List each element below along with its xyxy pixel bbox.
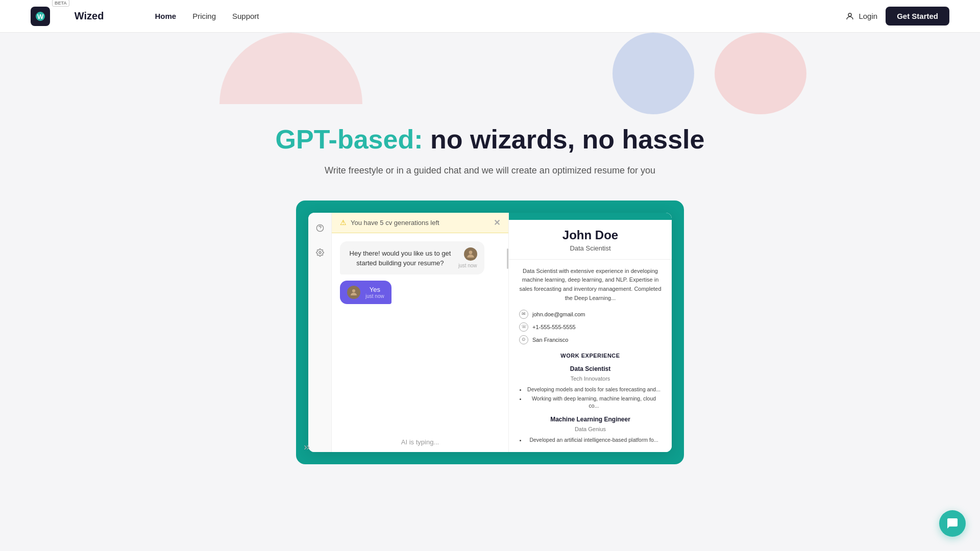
job-1-bullet-2: Working with deep learning, machine lear… — [526, 395, 662, 410]
user-message-content: Yes just now — [365, 286, 384, 299]
app-chat: ⚠ You have 5 cv generations left ✕ Hey t… — [332, 213, 508, 452]
navbar: W BETA Wized Home Pricing Support Login … — [0, 0, 980, 33]
scroll-indicator — [506, 238, 508, 452]
job-1-bullets: Developing models and tools for sales fo… — [519, 386, 662, 410]
resume-preview: John Doe Data Scientist Data Scientist w… — [508, 213, 672, 452]
hero-section: GPT-based: no wizards, no hassle Write f… — [0, 33, 980, 464]
svg-point-7 — [352, 289, 355, 292]
svg-point-4 — [320, 230, 320, 230]
logo-text: Wized — [75, 10, 104, 22]
svg-point-2 — [848, 13, 851, 16]
bot-avatar — [464, 247, 477, 261]
bot-message-text: Hey there! would you like us to get star… — [347, 248, 453, 268]
contact-location-value: San Francisco — [532, 336, 568, 344]
chat-bubble-icon — [946, 517, 959, 530]
user-message: Yes just now — [340, 281, 391, 304]
contact-email: ✉ john.doe@gmail.com — [519, 310, 662, 319]
logo: W BETA Wized — [31, 7, 104, 26]
job-1-company: Tech Innovators — [519, 374, 662, 383]
alert-text: You have 5 cv generations left — [351, 219, 439, 227]
scroll-thumb — [507, 248, 508, 269]
svg-point-6 — [469, 251, 472, 254]
bot-message-time: just now — [458, 263, 477, 268]
login-button[interactable]: Login — [845, 12, 877, 21]
chat-messages: Hey there! would you like us to get star… — [332, 233, 508, 438]
job-2: Machine Learning Engineer Data Genius De… — [519, 415, 662, 443]
hero-title-rest: no wizards, no hassle — [423, 124, 705, 154]
user-message-text: Yes — [365, 286, 384, 293]
chat-bubble-button[interactable] — [939, 510, 966, 537]
ai-typing-indicator: AI is typing... — [332, 438, 508, 452]
job-2-company: Data Genius — [519, 425, 662, 434]
get-started-button[interactable]: Get Started — [886, 7, 949, 26]
app-screenshot-card: ⚠ You have 5 cv generations left ✕ Hey t… — [296, 201, 684, 464]
job-1: Data Scientist Tech Innovators Developin… — [519, 364, 662, 410]
contact-email-value: john.doe@gmail.com — [532, 310, 585, 319]
user-icon — [845, 12, 854, 21]
user-message-time: just now — [365, 293, 384, 299]
alert-close-button[interactable]: ✕ — [494, 218, 500, 228]
job-2-bullet-1: Developed an artificial intelligence-bas… — [526, 436, 662, 444]
svg-point-5 — [319, 252, 321, 254]
sidebar-expand-icon[interactable] — [308, 443, 311, 452]
nav-left: W BETA Wized Home Pricing Support — [31, 0, 290, 33]
nav-home[interactable]: Home — [155, 12, 176, 20]
work-experience-header: WORK EXPERIENCE — [519, 352, 662, 360]
beta-badge: BETA — [52, 0, 69, 7]
job-2-title: Machine Learning Engineer — [519, 415, 662, 424]
logo-icon: W — [31, 7, 50, 26]
email-icon: ✉ — [519, 310, 528, 319]
job-2-bullets: Developed an artificial intelligence-bas… — [519, 436, 662, 444]
resume-name: John Doe — [509, 220, 672, 244]
nav-links: Home Pricing Support — [124, 0, 289, 33]
hero-subtitle: Write freestyle or in a guided chat and … — [325, 165, 655, 176]
app-sidebar — [308, 213, 332, 452]
alert-bar: ⚠ You have 5 cv generations left ✕ — [332, 213, 508, 233]
contact-location: ⊙ San Francisco — [519, 335, 662, 344]
location-icon: ⊙ — [519, 335, 528, 344]
hero-title-highlight: GPT-based: — [276, 124, 423, 154]
sidebar-icon-settings[interactable] — [313, 245, 327, 260]
sidebar-icon-help[interactable] — [313, 221, 327, 235]
resume-body: Data Scientist with extensive experience… — [509, 260, 672, 452]
job-1-title: Data Scientist — [519, 364, 662, 374]
login-label: Login — [859, 12, 877, 20]
svg-text:W: W — [37, 13, 44, 20]
contact-phone-value: +1-555-555-5555 — [532, 323, 576, 332]
alert-bar-left: ⚠ You have 5 cv generations left — [340, 218, 439, 227]
contact-phone: ☏ +1-555-555-5555 — [519, 322, 662, 332]
nav-pricing[interactable]: Pricing — [192, 12, 216, 20]
resume-summary-text: Data Scientist with extensive experience… — [519, 268, 661, 301]
job-1-bullet-1: Developing models and tools for sales fo… — [526, 386, 662, 393]
user-avatar — [347, 286, 360, 299]
resume-summary: Data Scientist with extensive experience… — [519, 267, 662, 303]
bot-message: Hey there! would you like us to get star… — [340, 241, 484, 274]
nav-support[interactable]: Support — [232, 12, 259, 20]
phone-icon: ☏ — [519, 322, 528, 332]
resume-teal-header — [509, 213, 672, 220]
app-inner: ⚠ You have 5 cv generations left ✕ Hey t… — [308, 213, 672, 452]
nav-right: Login Get Started — [845, 7, 949, 26]
hero-title: GPT-based: no wizards, no hassle — [276, 124, 705, 155]
alert-icon: ⚠ — [340, 218, 347, 227]
resume-role: Data Scientist — [509, 244, 672, 260]
